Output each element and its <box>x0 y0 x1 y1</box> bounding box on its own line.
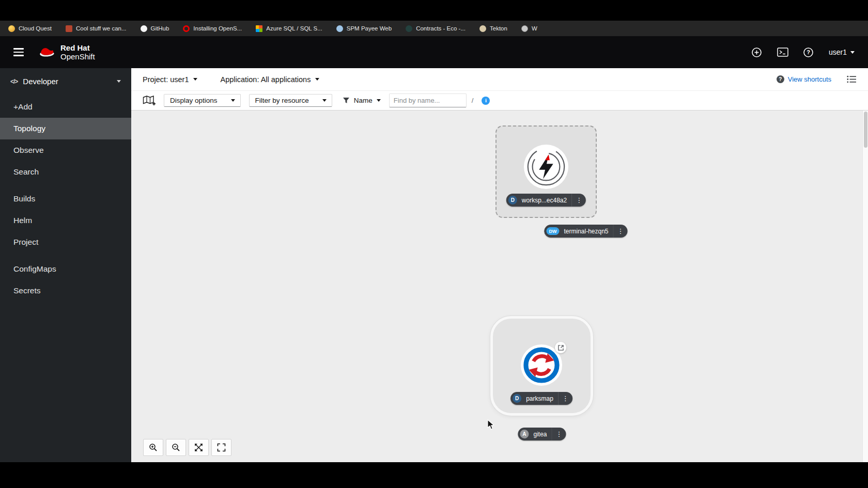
filter-by-resource-label: Filter by resource <box>255 97 309 104</box>
chevron-down-icon <box>193 78 197 81</box>
expand-arrows-icon <box>194 443 203 452</box>
bookmark-label: W <box>532 25 537 32</box>
slash-shortcut-hint: / <box>472 97 474 104</box>
spm-favicon <box>336 25 343 32</box>
terminal-node-label[interactable]: DW terminal-hezqn5 ⋮ <box>545 225 628 238</box>
sidebar-item-helm[interactable]: Helm <box>0 210 131 231</box>
help-button[interactable]: ? <box>803 46 814 58</box>
map-icon <box>143 95 156 106</box>
display-options-dropdown[interactable]: Display options <box>164 94 241 107</box>
github-favicon <box>141 25 147 32</box>
terminal-icon <box>777 48 788 57</box>
contracts-favicon <box>406 25 412 32</box>
sidebar-item-label: +Add <box>13 102 33 112</box>
sidebar-item-builds[interactable]: Builds <box>0 188 131 210</box>
export-application-button[interactable] <box>143 95 156 106</box>
sidebar-item-observe[interactable]: Observe <box>0 139 131 161</box>
chevron-down-icon <box>117 80 121 83</box>
azure-favicon <box>256 25 262 32</box>
list-view-toggle[interactable] <box>847 75 857 83</box>
sidebar-item-label: Topology <box>13 124 45 133</box>
perspective-label: Developer <box>23 77 58 86</box>
project-dropdown[interactable]: Project: user1 <box>143 75 197 84</box>
topology-canvas[interactable]: D worksp...ec48a2 ⋮ DW terminal-hezqn5 ⋮ <box>131 111 868 462</box>
sidebar-item-project[interactable]: Project <box>0 231 131 253</box>
sidebar-nav-list: +Add Topology Observe Search Builds Helm… <box>0 96 131 302</box>
parksmap-node-label[interactable]: D parksmap ⋮ <box>510 392 572 405</box>
fit-to-screen-button[interactable] <box>189 439 209 456</box>
book-favicon <box>66 25 72 32</box>
bookmark-item[interactable]: Tekton <box>479 25 507 32</box>
sidebar-item-label: ConfigMaps <box>13 264 56 274</box>
plus-circle-icon <box>752 48 762 57</box>
sidebar-item-secrets[interactable]: Secrets <box>0 280 131 302</box>
question-circle-icon: ? <box>777 75 784 83</box>
sidebar-item-topology[interactable]: Topology <box>0 118 131 139</box>
main-content: Project: user1 Application: All applicat… <box>131 68 868 462</box>
vertical-scrollbar[interactable] <box>862 111 868 462</box>
quick-create-button[interactable] <box>751 46 763 58</box>
bookmark-item[interactable]: GitHub <box>141 25 169 32</box>
zoom-control-bar <box>143 439 231 456</box>
bookmark-item[interactable]: Cloud Quest <box>8 25 52 32</box>
cloud-quest-favicon <box>8 25 15 32</box>
filter-by-resource-dropdown[interactable]: Filter by resource <box>249 94 332 107</box>
bookmark-label: Contracts - Eco -... <box>416 25 466 32</box>
name-filter-dropdown[interactable]: Name <box>343 97 381 104</box>
sidebar-item-label: Project <box>13 238 38 247</box>
openshift-favicon <box>183 25 190 32</box>
question-circle-icon: ? <box>803 48 813 57</box>
open-url-decorator[interactable] <box>555 342 566 353</box>
sidebar-item-search[interactable]: Search <box>0 161 131 183</box>
deployment-badge: D <box>513 394 521 403</box>
bookmark-item[interactable]: Installing OpenS... <box>183 25 242 32</box>
perspective-switcher[interactable]: </> Developer <box>0 68 131 90</box>
sidebar-item-label: Builds <box>13 194 35 203</box>
application-dropdown[interactable]: Application: All applications <box>220 75 319 84</box>
nav-group-divider <box>0 253 131 258</box>
mouse-cursor <box>487 419 495 432</box>
node-label-text: gitea <box>529 431 551 438</box>
bookmark-item[interactable]: Contracts - Eco -... <box>406 25 466 32</box>
kebab-menu-icon[interactable]: ⋮ <box>552 428 566 440</box>
brand-text: Red Hat OpenShift <box>60 43 95 61</box>
find-by-name-input[interactable] <box>389 93 467 107</box>
devworkspace-node-icon[interactable] <box>523 144 569 190</box>
kebab-menu-icon[interactable]: ⋮ <box>571 194 586 207</box>
reset-view-button[interactable] <box>211 439 231 456</box>
chevron-down-icon <box>315 78 319 81</box>
chevron-down-icon <box>377 99 381 102</box>
gitea-node-label[interactable]: A gitea ⋮ <box>518 428 566 440</box>
node-label-text: terminal-hezqn5 <box>560 228 613 235</box>
tekton-favicon <box>479 25 486 32</box>
zoom-in-button[interactable] <box>143 439 163 456</box>
info-icon[interactable]: i <box>482 97 490 105</box>
sidebar-item-configmaps[interactable]: ConfigMaps <box>0 258 131 280</box>
devworkspace-badge: DW <box>547 227 560 235</box>
web-terminal-button[interactable] <box>777 46 788 58</box>
bookmark-item[interactable]: W <box>521 25 537 32</box>
filter-funnel-icon <box>343 97 350 104</box>
masthead-toolbar: ? user1 <box>751 46 855 58</box>
brand-line2: OpenShift <box>60 52 95 61</box>
display-options-label: Display options <box>170 97 218 104</box>
bookmark-label: SPM Payee Web <box>347 25 392 32</box>
kebab-menu-icon[interactable]: ⋮ <box>558 392 572 405</box>
zoom-out-button[interactable] <box>166 439 186 456</box>
scrollbar-thumb[interactable] <box>864 112 867 148</box>
context-bar-right: ? View shortcuts <box>777 75 857 83</box>
user-menu[interactable]: user1 <box>829 48 855 56</box>
bookmark-item[interactable]: Azure SQL / SQL S... <box>256 25 322 32</box>
bookmark-item[interactable]: Cool stuff we can... <box>66 25 127 32</box>
redhat-openshift-logo: Red Hat OpenShift <box>37 43 95 61</box>
brand-line1: Red Hat <box>60 43 95 52</box>
view-shortcuts-link[interactable]: ? View shortcuts <box>777 75 831 83</box>
project-dropdown-label: Project: user1 <box>143 75 189 84</box>
sidebar-item-label: Helm <box>13 216 32 225</box>
application-badge: A <box>520 430 529 438</box>
sidebar-item-add[interactable]: +Add <box>0 96 131 118</box>
kebab-menu-icon[interactable]: ⋮ <box>613 225 628 238</box>
nav-toggle-icon[interactable] <box>13 48 24 56</box>
bookmark-item[interactable]: SPM Payee Web <box>336 25 392 32</box>
workspace-node-label[interactable]: D worksp...ec48a2 ⋮ <box>506 194 586 207</box>
